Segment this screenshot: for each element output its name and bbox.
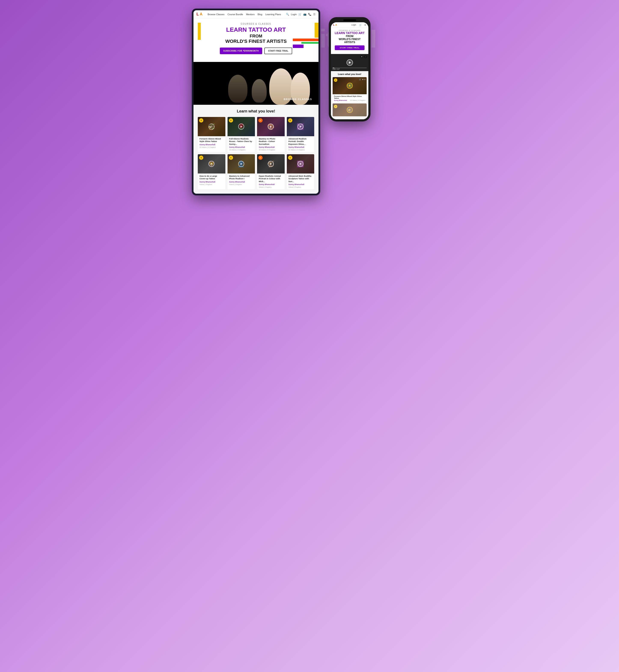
- course-thumb-7: 🐒 S: [257, 154, 285, 174]
- play-btn-1[interactable]: [208, 124, 214, 130]
- course-author-7: Sunny Bhanushali: [259, 183, 283, 186]
- phone-play-tri-1: [349, 84, 351, 87]
- phone-logo: L A: [333, 23, 337, 26]
- phone-course-card-1[interactable]: S 🛒 ♥ ≡ 🌿: [333, 77, 367, 102]
- play-btn-8[interactable]: [297, 161, 303, 167]
- play-btn-5[interactable]: [208, 161, 214, 167]
- login-button[interactable]: Login: [291, 13, 297, 16]
- course-author-1: Sunny Bhanushali: [200, 143, 224, 146]
- course-card-5[interactable]: 🦁 S How to do a Large Cover-up Tattoo Su…: [198, 154, 225, 189]
- nav-course-bundle[interactable]: Course Bundle: [227, 13, 243, 16]
- course-title-5: How to do a Large Cover-up Tattoo: [200, 175, 224, 180]
- nav-browse-classes[interactable]: Browse Classes: [208, 13, 224, 16]
- learn-title: Learn what you love!: [198, 109, 314, 114]
- phone-trial-button[interactable]: START FREE TRIAL: [335, 45, 365, 50]
- video-more-icon[interactable]: ⋮: [364, 55, 367, 58]
- course-thumb-6: 👤 S: [227, 154, 255, 174]
- phone-course-thumb-2: S 🦅: [333, 104, 367, 116]
- course-info-3: Mastery to Photo Realism - Colour Surrea…: [257, 136, 285, 152]
- video-overlay-icons: ⚙ ⋮: [360, 55, 367, 58]
- subscribe-button[interactable]: SUBSCRIBE FOR ₹2999/MONTH: [220, 48, 262, 54]
- bar-orange: [293, 39, 319, 41]
- course-card-8[interactable]: ☸️ S Advanced B&G Buddha Sculpture Tatto…: [287, 154, 315, 189]
- course-meta-3: 35 Videos | 9 Chapters: [259, 149, 283, 151]
- course-title-6: Mastery to Advanced Photo Realism I: [229, 175, 254, 180]
- badge-3: S: [258, 118, 263, 123]
- play-btn-4[interactable]: [297, 124, 303, 130]
- course-info-6: Mastery to Advanced Photo Realism I Sunn…: [227, 174, 255, 187]
- course-meta-8: Videos | Chapters: [288, 186, 313, 188]
- phone-hero-title-from: FROM: [333, 35, 366, 38]
- course-card-1[interactable]: 🌿 S Forearm Sleeve Mixed Style Shiva Tat…: [198, 117, 225, 152]
- menu-icon[interactable]: ☰: [313, 13, 316, 16]
- search-icon[interactable]: 🔍: [286, 13, 289, 16]
- tablet-logo: L A: [197, 12, 202, 16]
- tablet-nav-icons: 🔍 Login 🛒 📺 📞 ☰: [286, 13, 316, 16]
- phone-nav: L A Login 🛒 ☰: [331, 22, 368, 27]
- course-meta-2: 14 Videos | 4 Chapters: [229, 149, 254, 151]
- play-btn-6[interactable]: [238, 161, 244, 167]
- course-author-3: Sunny Bhanushali: [259, 146, 283, 148]
- course-info-2: Full-Sleeve Realistic Roses - Tattoo Cla…: [227, 136, 255, 152]
- nav-mentors[interactable]: Mentors: [246, 13, 255, 16]
- course-card-2[interactable]: 🌹 S Full-Sleeve Realistic Roses - Tattoo…: [227, 117, 255, 152]
- tv-icon[interactable]: 📺: [303, 13, 306, 16]
- play-triangle-5: [211, 163, 213, 165]
- course-author-6: Sunny Bhanushali: [229, 181, 254, 183]
- cart-icon[interactable]: 🛒: [298, 13, 301, 16]
- phone-hero-title-world: WORLD'S FINEST ARTISTS: [333, 38, 366, 44]
- phone-course-title-1: Forearm Sleeve Mixed Style Shiva Tattoo: [334, 95, 365, 99]
- course-thumb-3: 🎨 S: [257, 117, 285, 136]
- phone-device: L A Login 🛒 ☰ COURSES & CLASSES LEARN TA…: [329, 17, 370, 121]
- trial-button[interactable]: START FREE TRIAL: [264, 48, 292, 54]
- play-triangle-3: [270, 126, 272, 128]
- course-card-3[interactable]: 🎨 S Mastery to Photo Realism - Colour Su…: [257, 117, 285, 152]
- course-meta-4: 21 Videos | 4 Chapters: [288, 149, 313, 151]
- phone-login-button[interactable]: Login: [351, 24, 356, 26]
- play-btn-2[interactable]: [238, 124, 244, 130]
- course-card-7[interactable]: 🐒 S Hyper-Realistic Animal Portrait in C…: [257, 154, 285, 189]
- phone-logo-l: L: [333, 23, 335, 26]
- course-info-7: Hyper-Realistic Animal Portrait in Colou…: [257, 174, 285, 189]
- course-author-2: Sunny Bhanushali: [229, 146, 254, 148]
- course-title-4: Advanced Realism Portrait: Double Exposu…: [288, 137, 313, 145]
- phone-play-overlay-2[interactable]: [347, 107, 353, 113]
- phone-play-overlay-1[interactable]: [347, 83, 353, 89]
- phone-icon[interactable]: 📞: [308, 13, 312, 16]
- phone-cart-icon[interactable]: 🛒: [359, 24, 362, 26]
- video-settings-icon[interactable]: ⚙: [360, 55, 363, 58]
- phone-progress-bar[interactable]: [333, 68, 367, 68]
- play-triangle-7: [270, 163, 272, 165]
- play-triangle-1: [211, 126, 213, 128]
- course-card-6[interactable]: 👤 S Mastery to Advanced Photo Realism I …: [227, 154, 255, 189]
- tablet-device: L A Browse Classes Course Bundle Mentors…: [192, 9, 320, 195]
- course-author-4: Sunny Bhanushali: [288, 146, 313, 148]
- phone-hero: COURSES & CLASSES LEARN TATTOO ART FROM …: [331, 27, 368, 54]
- phone-video-play-btn[interactable]: [347, 59, 353, 66]
- phone-menu-icon[interactable]: ☰: [364, 24, 366, 26]
- phone-hero-subtitle: COURSES & CLASSES: [333, 30, 366, 31]
- nav-learning-plans[interactable]: Learning Plans: [265, 13, 281, 16]
- tablet-hero: COURSES & CLASSES LEARN TATTOO ART FROM …: [194, 18, 319, 62]
- course-grid-row1: 🌿 S Forearm Sleeve Mixed Style Shiva Tat…: [198, 117, 314, 152]
- phone-video: ⚙ ⋮ 0:00 / 2:27: [331, 54, 368, 71]
- head-1: [228, 75, 248, 103]
- tablet-screen: L A Browse Classes Course Bundle Mentors…: [194, 10, 319, 194]
- phone-video-time: 0:00 / 2:27: [333, 68, 340, 70]
- play-btn-3[interactable]: [268, 124, 274, 130]
- phone-learn-section: Learn what you love! S 🛒 ♥ ≡ 🌿: [331, 71, 368, 119]
- course-meta-5: Videos | Chapters: [200, 184, 224, 186]
- head-2: [252, 79, 267, 103]
- badge-4: S: [288, 118, 292, 123]
- course-meta-1: 25 Videos | 5 Chapters: [200, 146, 224, 148]
- phone-course-meta-1: 25 Videos | 5 Chapters: [350, 100, 365, 101]
- nav-blog[interactable]: Blog: [258, 13, 262, 16]
- play-btn-7[interactable]: [268, 161, 274, 167]
- phone-course-card-2[interactable]: S 🦅: [333, 104, 367, 116]
- course-info-1: Forearm Sleeve Mixed Style Shiva Tattoo …: [198, 136, 225, 149]
- course-card-4[interactable]: 🕉️ S Advanced Realism Portrait: Double E…: [287, 117, 315, 152]
- phone-play-tri-2: [349, 109, 351, 111]
- play-triangle-4: [300, 126, 301, 128]
- logo-a: A: [200, 12, 202, 16]
- bar-yellow-left: [198, 23, 201, 40]
